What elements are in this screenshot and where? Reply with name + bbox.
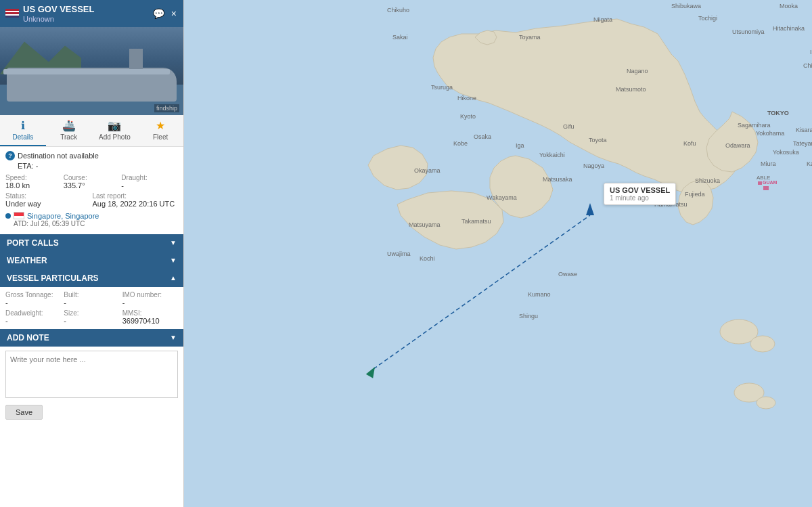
built-value: -	[64, 299, 119, 307]
port-calls-chevron: ▼	[170, 239, 177, 246]
status-value: Under way	[5, 200, 91, 208]
question-icon: ?	[5, 151, 15, 160]
add-note-header[interactable]: ADD NOTE ▼	[0, 329, 183, 347]
speed-value: 18.0 kn	[5, 181, 62, 190]
add-note-chevron: ▼	[170, 334, 177, 341]
star-icon: ★	[156, 119, 165, 132]
singapore-flag	[14, 212, 24, 219]
weather-label: WEATHER	[7, 256, 47, 265]
close-button[interactable]: ×	[170, 7, 178, 20]
status-grid: Status: Under way Last report: Aug 18, 2…	[5, 192, 178, 208]
tab-add-photo[interactable]: 📷 Add Photo	[92, 115, 138, 146]
vessel-tooltip: US GOV VESSEL 1 minute ago	[604, 183, 676, 205]
details-icon: ℹ	[21, 119, 25, 132]
eta-row: ETA: -	[5, 162, 178, 170]
vessel-particulars-header[interactable]: VESSEL PARTICULARS ▲	[0, 269, 183, 287]
speed-label: Speed:	[5, 174, 62, 181]
size-label: Size:	[64, 309, 119, 317]
eta-label: ETA:	[18, 162, 34, 170]
tab-details-label: Details	[13, 133, 34, 141]
map-area[interactable]: ABLE TOKYO Chikuho Shibukawa Mooka Tochi…	[184, 0, 812, 507]
last-report-value: Aug 18, 2022 20:16 UTC	[93, 200, 179, 208]
vessel-header: US GOV VESSEL Unknown 💬 ×	[0, 0, 183, 27]
status-label: Status:	[5, 192, 91, 200]
left-panel: US GOV VESSEL Unknown 💬 × findship ℹ Det…	[0, 0, 184, 507]
weather-header[interactable]: WEATHER ▼	[0, 252, 183, 269]
tab-fleet[interactable]: ★ Fleet	[137, 115, 183, 146]
tab-track[interactable]: 🚢 Track	[46, 115, 92, 146]
port-calls-header[interactable]: PORT CALLS ▼	[0, 234, 183, 252]
vessel-particulars-label: VESSEL PARTICULARS	[7, 273, 99, 283]
atd-text: ATD: Jul 26, 05:39 UTC	[14, 220, 99, 227]
vessel-particulars-content: Gross Tonnage: - Built: - IMO number: - …	[0, 287, 183, 329]
vessel-tooltip-name: US GOV VESSEL	[610, 186, 670, 194]
add-note-label: ADD NOTE	[7, 333, 49, 343]
draught-label: Draught:	[121, 174, 178, 181]
voyage-line: Singapore, Singapore ATD: Jul 26, 05:39 …	[5, 212, 178, 227]
track-icon: 🚢	[62, 119, 76, 132]
deadweight-value: -	[5, 317, 61, 325]
speed-course-grid: Speed: 18.0 kn Course: 335.7° Draught: -	[5, 174, 178, 190]
vessel-image: findship	[0, 27, 183, 115]
size-value: -	[64, 317, 119, 325]
built-label: Built:	[64, 291, 119, 299]
imo-value: -	[122, 299, 178, 307]
vessel-title: US GOV VESSEL	[23, 4, 94, 15]
image-credit: findship	[154, 104, 179, 112]
gross-tonnage-value: -	[5, 299, 61, 307]
note-textarea[interactable]	[5, 351, 178, 398]
mmsi-label: MMSI:	[122, 309, 178, 317]
last-report-label: Last report:	[93, 192, 179, 200]
deadweight-label: Deadweight:	[5, 309, 61, 317]
camera-icon: 📷	[108, 119, 121, 132]
save-button[interactable]: Save	[5, 405, 43, 420]
destination-text: Destination not available	[18, 152, 99, 160]
map-background	[184, 0, 812, 507]
tabs-row: ℹ Details 🚢 Track 📷 Add Photo ★ Fleet	[0, 115, 183, 147]
vessel-subtitle: Unknown	[23, 15, 94, 23]
eta-value: -	[36, 162, 39, 170]
details-content: ? Destination not available ETA: - Speed…	[0, 147, 183, 234]
draught-value: -	[121, 181, 178, 190]
tab-track-label: Track	[60, 133, 77, 141]
vessel-particulars-chevron: ▲	[170, 274, 177, 282]
tab-add-photo-label: Add Photo	[99, 133, 131, 141]
add-note-section: Save	[0, 347, 183, 507]
port-link[interactable]: Singapore, Singapore	[27, 212, 99, 220]
tab-details[interactable]: ℹ Details	[0, 115, 46, 146]
message-button[interactable]: 💬	[152, 7, 166, 20]
course-value: 335.7°	[64, 181, 120, 190]
mmsi-value: 369970410	[122, 317, 178, 325]
port-calls-label: PORT CALLS	[7, 238, 59, 248]
gross-tonnage-label: Gross Tonnage:	[5, 291, 61, 299]
weather-chevron: ▼	[170, 257, 177, 264]
imo-label: IMO number:	[122, 291, 178, 299]
voyage-dot	[5, 213, 11, 219]
course-label: Course:	[64, 174, 120, 181]
us-flag-icon	[5, 9, 19, 18]
tab-fleet-label: Fleet	[153, 133, 168, 141]
vessel-tooltip-time: 1 minute ago	[610, 194, 670, 202]
